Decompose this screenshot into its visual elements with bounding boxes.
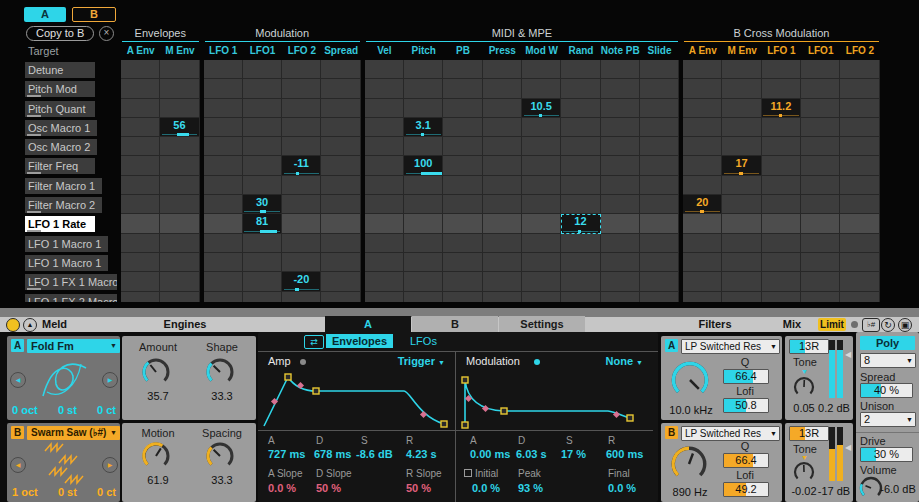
drive-value[interactable]: 30 % xyxy=(860,447,913,462)
matrix-cell[interactable] xyxy=(683,234,722,253)
matrix-cell[interactable] xyxy=(243,292,282,302)
matrix-cell[interactable] xyxy=(722,118,761,137)
matrix-cell[interactable] xyxy=(204,60,243,79)
matrix-cell[interactable] xyxy=(722,292,761,302)
matrix-cell[interactable] xyxy=(683,79,722,98)
matrix-cell[interactable] xyxy=(483,272,522,291)
matrix-cell[interactable] xyxy=(683,292,722,302)
matrix-column-header[interactable]: Slide xyxy=(640,42,679,60)
tab-settings[interactable]: Settings xyxy=(499,316,585,332)
matrix-cell[interactable] xyxy=(204,214,243,233)
matrix-cell[interactable] xyxy=(160,272,199,291)
matrix-cell[interactable] xyxy=(404,99,443,118)
matrix-cell[interactable] xyxy=(683,118,722,137)
shape-knob[interactable] xyxy=(204,356,236,388)
engine-b-st[interactable]: 0 st xyxy=(58,486,77,498)
matrix-cell[interactable] xyxy=(522,234,561,253)
motion-value[interactable]: 61.9 xyxy=(130,474,186,486)
matrix-cell[interactable] xyxy=(762,272,801,291)
matrix-cell[interactable] xyxy=(121,176,160,195)
matrix-cell[interactable] xyxy=(243,118,282,137)
amp-release-value[interactable]: 4.23 s xyxy=(406,448,437,460)
fold-device-icon[interactable]: ▲ xyxy=(23,318,37,332)
matrix-cell[interactable] xyxy=(640,272,679,291)
matrix-row-label[interactable]: LFO 1 Macro 1 xyxy=(0,234,117,253)
matrix-cell[interactable] xyxy=(282,79,321,98)
matrix-cell[interactable] xyxy=(483,118,522,137)
matrix-cell[interactable] xyxy=(321,156,360,175)
matrix-cell[interactable] xyxy=(601,137,640,156)
matrix-cell[interactable] xyxy=(640,156,679,175)
matrix-cell[interactable] xyxy=(404,214,443,233)
matrix-cell[interactable] xyxy=(840,137,879,156)
matrix-cell[interactable] xyxy=(561,234,600,253)
matrix-column-header[interactable]: LFO 1 xyxy=(204,42,243,60)
matrix-cell[interactable] xyxy=(601,79,640,98)
matrix-cell[interactable] xyxy=(522,214,561,233)
matrix-cell[interactable] xyxy=(483,156,522,175)
matrix-row-label[interactable]: LFO 1 FX 1 Macro xyxy=(0,272,117,291)
matrix-cell[interactable] xyxy=(601,253,640,272)
matrix-cell[interactable] xyxy=(365,156,404,175)
matrix-cell[interactable] xyxy=(801,234,840,253)
matrix-cell[interactable] xyxy=(840,79,879,98)
matrix-cell[interactable] xyxy=(204,118,243,137)
amp-sustain-value[interactable]: -8.6 dB xyxy=(356,448,393,460)
matrix-cell[interactable] xyxy=(522,156,561,175)
scale-icon[interactable]: ♭# xyxy=(862,318,880,332)
matrix-cell[interactable] xyxy=(601,292,640,302)
filter-b-freq-knob[interactable] xyxy=(668,443,710,485)
matrix-cell[interactable] xyxy=(121,79,160,98)
matrix-cell[interactable] xyxy=(640,118,679,137)
motion-knob[interactable] xyxy=(140,440,172,472)
matrix-cell[interactable] xyxy=(762,292,801,302)
matrix-cell[interactable] xyxy=(443,253,482,272)
matrix-column-header[interactable]: A Env xyxy=(683,42,722,60)
matrix-row-label[interactable]: Filter Macro 1 xyxy=(0,176,117,195)
matrix-cell[interactable] xyxy=(282,234,321,253)
filter-a-q-value[interactable]: 66.4 xyxy=(723,369,769,384)
engine-b-preset-dropdown[interactable]: Swarm Saw (♭#) ▼ xyxy=(27,426,120,440)
matrix-cell[interactable] xyxy=(404,292,443,302)
matrix-cell[interactable] xyxy=(204,137,243,156)
voice-mode-dropdown[interactable]: Poly xyxy=(860,336,915,350)
amp-decay-value[interactable]: 678 ms xyxy=(314,448,351,460)
matrix-cell[interactable]: 3.1 xyxy=(404,118,443,137)
matrix-cell[interactable] xyxy=(522,176,561,195)
matrix-cell[interactable] xyxy=(722,272,761,291)
matrix-cell[interactable] xyxy=(801,156,840,175)
matrix-cell[interactable] xyxy=(762,253,801,272)
matrix-cell[interactable]: 100 xyxy=(404,156,443,175)
matrix-cell[interactable] xyxy=(640,176,679,195)
matrix-cell[interactable] xyxy=(640,234,679,253)
matrix-cell[interactable] xyxy=(321,253,360,272)
matrix-cell[interactable] xyxy=(321,60,360,79)
matrix-cell[interactable] xyxy=(121,99,160,118)
matrix-cell[interactable] xyxy=(762,234,801,253)
amp-attack-value[interactable]: 727 ms xyxy=(268,448,305,460)
matrix-cell[interactable] xyxy=(683,272,722,291)
matrix-cell[interactable] xyxy=(561,99,600,118)
shape-value[interactable]: 33.3 xyxy=(194,390,250,402)
matrix-cell[interactable] xyxy=(561,292,600,302)
device-activator-icon[interactable] xyxy=(6,318,20,332)
matrix-cell[interactable] xyxy=(365,99,404,118)
matrix-cell[interactable] xyxy=(840,99,879,118)
engine-a-st[interactable]: 0 st xyxy=(58,404,77,416)
matrix-cell[interactable] xyxy=(722,60,761,79)
matrix-cell[interactable] xyxy=(561,79,600,98)
matrix-cell[interactable] xyxy=(365,118,404,137)
matrix-cell[interactable] xyxy=(204,253,243,272)
matrix-cell[interactable] xyxy=(640,99,679,118)
matrix-cell[interactable] xyxy=(801,118,840,137)
matrix-cell[interactable] xyxy=(561,176,600,195)
matrix-cell[interactable] xyxy=(121,214,160,233)
matrix-cell[interactable] xyxy=(443,99,482,118)
matrix-cell[interactable]: 20 xyxy=(683,195,722,214)
matrix-cell[interactable] xyxy=(160,195,199,214)
matrix-cell[interactable] xyxy=(321,99,360,118)
mod-envelope-display[interactable] xyxy=(456,370,653,431)
matrix-cell[interactable] xyxy=(522,60,561,79)
matrix-cell[interactable] xyxy=(404,253,443,272)
matrix-cell[interactable] xyxy=(204,156,243,175)
